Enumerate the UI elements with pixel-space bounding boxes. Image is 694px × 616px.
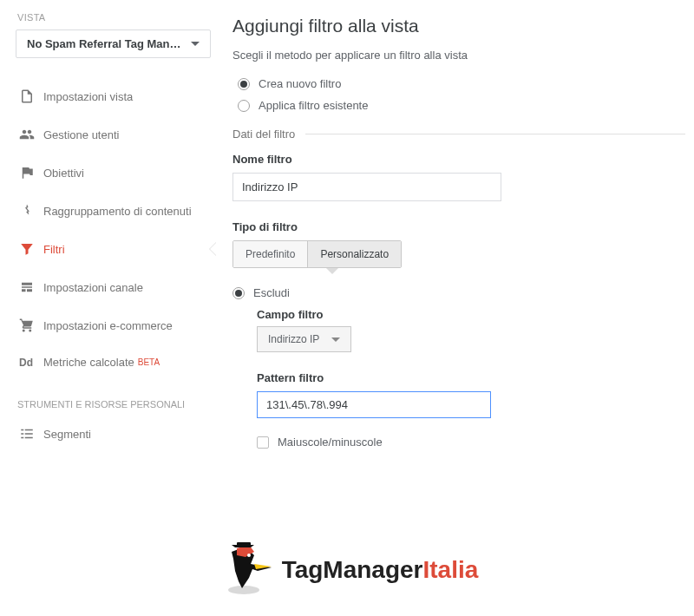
people-icon	[19, 127, 43, 142]
svg-point-0	[228, 586, 259, 594]
sidebar-item-content-grouping[interactable]: Raggruppamento di contenuti	[16, 192, 217, 230]
sidebar-item-calculated-metrics[interactable]: Dd Metriche calcolate BETA	[16, 344, 217, 380]
page-subtitle: Scegli il metodo per applicare un filtro…	[232, 49, 685, 62]
sidebar-item-ecommerce-settings[interactable]: Impostazioni e-commerce	[16, 306, 217, 344]
cart-icon	[19, 318, 43, 333]
sidebar-item-label: Obiettivi	[43, 167, 84, 180]
checkbox-label: Maiuscole/minuscole	[278, 436, 383, 449]
filter-name-label: Nome filtro	[232, 153, 685, 166]
svg-point-2	[247, 554, 251, 557]
radio-label: Crea nuovo filtro	[259, 77, 341, 90]
channel-icon	[19, 279, 43, 295]
radio-icon	[238, 78, 250, 90]
logo-text-accent: Italia	[423, 556, 479, 584]
caret-down-icon	[331, 337, 340, 342]
filter-field-dropdown[interactable]: Indirizzo IP	[257, 326, 351, 352]
filter-field-label: Campo filtro	[257, 308, 685, 321]
radio-label: Escludi	[253, 286, 290, 299]
checkbox-icon	[257, 436, 269, 449]
sidebar-item-filters[interactable]: Filtri	[16, 230, 217, 268]
filter-icon	[19, 241, 43, 257]
sidebar-item-label: Impostazioni canale	[43, 281, 143, 294]
view-selector-text: No Spam Referral Tag Mana…	[27, 37, 184, 50]
grouping-icon	[19, 203, 43, 219]
sidebar-item-channel-settings[interactable]: Impostazioni canale	[16, 268, 217, 306]
sidebar-item-label: Filtri	[43, 243, 65, 256]
segmented-pointer-icon	[326, 268, 338, 274]
view-selector[interactable]: No Spam Referral Tag Mana…	[16, 29, 211, 58]
segments-icon	[19, 426, 43, 442]
sidebar-item-label: Gestione utenti	[43, 128, 119, 141]
pattern-filter-input[interactable]	[257, 391, 491, 418]
sidebar-nav: Impostazioni vista Gestione utenti Obiet…	[16, 77, 217, 380]
sidebar-item-view-settings[interactable]: Impostazioni vista	[16, 77, 217, 115]
logo-text-main: TagManager	[282, 556, 423, 584]
sidebar-item-label: Metriche calcolate	[43, 356, 134, 369]
radio-apply-existing-filter[interactable]: Applica filtro esistente	[238, 99, 685, 112]
sidebar-item-segments[interactable]: Segmenti	[16, 415, 217, 453]
pattern-filter-label: Pattern filtro	[257, 371, 685, 384]
radio-icon	[232, 287, 245, 299]
legend-text: Dati del filtro	[232, 128, 295, 141]
filter-data-legend: Dati del filtro	[232, 128, 685, 141]
sidebar-item-label: Raggruppamento di contenuti	[43, 205, 192, 218]
radio-label: Applica filtro esistente	[259, 99, 368, 112]
filter-name-input[interactable]	[232, 173, 501, 201]
page-title: Aggiungi filtro alla vista	[232, 16, 685, 36]
filter-type-predefined-button[interactable]: Predefinito	[233, 241, 307, 267]
footer-logo: TagManagerItalia	[0, 540, 694, 600]
sidebar-item-label: Impostazioni vista	[43, 90, 133, 103]
woodpecker-logo-icon	[216, 540, 277, 600]
sidebar: VISTA No Spam Referral Tag Mana… Imposta…	[0, 0, 217, 453]
beta-badge: BETA	[138, 357, 160, 367]
filter-type-segmented: Predefinito Personalizzato	[232, 240, 402, 268]
radio-create-new-filter[interactable]: Crea nuovo filtro	[238, 77, 685, 90]
filter-type-label: Tipo di filtro	[232, 220, 685, 233]
sidebar-item-user-management[interactable]: Gestione utenti	[16, 115, 217, 154]
filter-type-custom-button[interactable]: Personalizzato	[307, 241, 401, 267]
sidebar-item-goals[interactable]: Obiettivi	[16, 154, 217, 192]
flag-icon	[19, 165, 43, 180]
dropdown-value: Indirizzo IP	[268, 333, 319, 345]
sidebar-item-label: Segmenti	[43, 428, 91, 441]
sidebar-section-label: VISTA	[17, 12, 217, 23]
main-content: Aggiungi filtro alla vista Scegli il met…	[217, 0, 694, 453]
metrics-icon: Dd	[19, 357, 43, 369]
radio-icon	[238, 100, 250, 112]
sidebar-tools-nav: Segmenti	[16, 415, 217, 453]
sidebar-item-label: Impostazioni e-commerce	[43, 319, 173, 332]
radio-exclude[interactable]: Escludi	[232, 286, 685, 299]
sidebar-tools-label: STRUMENTI E RISORSE PERSONALI	[17, 399, 217, 410]
case-sensitive-checkbox[interactable]: Maiuscole/minuscole	[257, 436, 685, 449]
legend-divider	[305, 134, 685, 134]
caret-down-icon	[191, 42, 200, 46]
document-icon	[19, 88, 43, 104]
